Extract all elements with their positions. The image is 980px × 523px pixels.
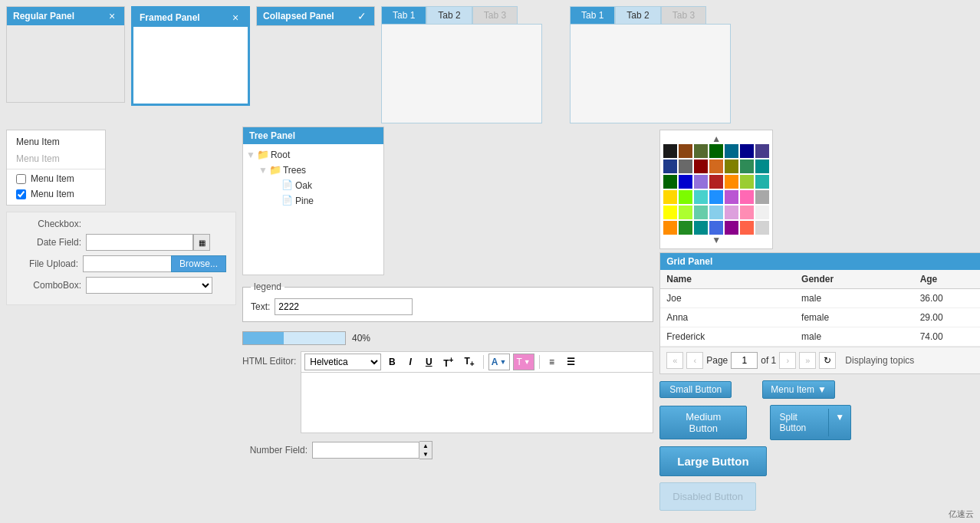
color-swatch[interactable] (755, 206, 769, 219)
align-btn[interactable]: ≡ (544, 355, 560, 369)
number-input[interactable] (312, 442, 419, 459)
date-input-wrap: ▦ (86, 234, 210, 251)
color-swatch[interactable] (663, 160, 677, 173)
color-swatch[interactable] (709, 221, 723, 235)
spin-down-btn[interactable]: ▼ (419, 450, 432, 459)
legend-text-input[interactable] (275, 298, 413, 315)
split-button-arrow[interactable]: ▼ (829, 409, 850, 436)
color-swatch[interactable] (740, 175, 754, 189)
collapsed-panel-toggle[interactable]: ✓ (356, 10, 368, 22)
color-swatch[interactable] (679, 206, 692, 219)
color-swatch[interactable] (679, 221, 692, 235)
menu-checkbox-3[interactable] (16, 174, 26, 184)
color-swatch[interactable] (694, 221, 708, 235)
tree-node-trees[interactable]: ▼ Trees (246, 163, 380, 178)
tab-left-1[interactable]: Tab 1 (381, 6, 426, 24)
color-swatch[interactable] (663, 175, 677, 189)
color-swatch[interactable] (740, 221, 754, 235)
date-picker-btn[interactable]: ▦ (193, 234, 210, 251)
color-swatch[interactable] (679, 175, 692, 189)
color-swatch[interactable] (725, 175, 738, 189)
color-scroll-up[interactable]: ▲ (663, 133, 769, 144)
highlight-dropdown[interactable]: T ▼ (513, 354, 534, 370)
color-swatch[interactable] (755, 190, 769, 204)
color-swatch[interactable] (725, 144, 738, 158)
file-text-input[interactable] (83, 255, 171, 272)
split-button-main[interactable]: Split Button (771, 409, 830, 436)
small-button[interactable]: Small Button (659, 381, 732, 398)
page-first-btn[interactable]: « (666, 352, 683, 369)
tab-right-3[interactable]: Tab 3 (661, 6, 706, 24)
tree-node-root[interactable]: ▼ Root (246, 147, 380, 163)
color-swatch[interactable] (679, 160, 692, 173)
color-swatch[interactable] (679, 144, 692, 158)
tab-right-1[interactable]: Tab 1 (570, 6, 615, 24)
color-swatch[interactable] (694, 206, 708, 219)
color-scroll-down[interactable]: ▼ (663, 235, 769, 245)
menu-checkbox-4[interactable] (16, 189, 26, 199)
menu-item-button[interactable]: Menu Item ▼ (762, 380, 835, 399)
color-swatch[interactable] (725, 160, 738, 173)
color-swatch[interactable] (694, 144, 708, 158)
page-last-btn[interactable]: » (799, 352, 816, 369)
page-label: Page (706, 355, 728, 366)
spin-up-btn[interactable]: ▲ (419, 442, 432, 450)
color-swatch[interactable] (709, 206, 723, 219)
framed-panel-close[interactable]: × (229, 12, 242, 24)
color-swatch[interactable] (725, 190, 738, 204)
color-swatch[interactable] (740, 160, 754, 173)
color-swatch[interactable] (725, 221, 738, 235)
date-input[interactable] (86, 234, 193, 251)
page-next-btn[interactable]: › (779, 352, 796, 369)
page-prev-btn[interactable]: ‹ (686, 352, 703, 369)
table-row[interactable]: Joemale36.00 (660, 289, 980, 308)
color-swatch[interactable] (755, 160, 769, 173)
regular-panel-close[interactable]: × (106, 10, 118, 22)
underline-btn[interactable]: U (421, 355, 436, 369)
bold-btn[interactable]: B (384, 355, 400, 369)
color-swatch[interactable] (663, 221, 677, 235)
color-swatch[interactable] (663, 206, 677, 219)
color-swatch[interactable] (709, 144, 723, 158)
menu-item-4-checkbox[interactable]: Menu Item (7, 186, 105, 202)
color-swatch[interactable] (755, 144, 769, 158)
table-row[interactable]: Frederickmale74.00 (660, 327, 980, 347)
color-swatch[interactable] (755, 175, 769, 189)
large-button[interactable]: Large Button (659, 446, 766, 476)
justify-btn[interactable]: ☰ (563, 355, 579, 369)
table-row[interactable]: Annafemale29.00 (660, 308, 980, 327)
medium-button[interactable]: Medium Button (659, 406, 747, 439)
tree-node-oak[interactable]: Oak (246, 178, 380, 193)
superscript-btn[interactable]: T+ (439, 354, 457, 370)
color-swatch[interactable] (725, 206, 738, 219)
tab-right-2[interactable]: Tab 2 (615, 6, 660, 24)
color-swatch[interactable] (740, 190, 754, 204)
html-editor-label: HTML Editor: (242, 356, 296, 367)
color-swatch[interactable] (663, 190, 677, 204)
page-refresh-btn[interactable]: ↻ (819, 352, 836, 369)
tab-left-3[interactable]: Tab 3 (472, 6, 518, 24)
menu-item-3-checkbox[interactable]: Menu Item (7, 171, 105, 186)
tab-left-2[interactable]: Tab 2 (426, 6, 472, 24)
color-swatch[interactable] (663, 144, 677, 158)
color-swatch[interactable] (740, 206, 754, 219)
combobox[interactable] (86, 277, 212, 294)
subscript-btn[interactable]: T+ (460, 354, 478, 370)
tree-node-pine[interactable]: Pine (246, 193, 380, 209)
browse-button[interactable]: Browse... (171, 255, 226, 272)
menu-item-1[interactable]: Menu Item (7, 133, 105, 150)
color-swatch[interactable] (694, 160, 708, 173)
page-input[interactable] (731, 352, 758, 369)
color-swatch[interactable] (740, 144, 754, 158)
color-swatch[interactable] (679, 190, 692, 204)
color-swatch[interactable] (709, 190, 723, 204)
color-swatch[interactable] (755, 221, 769, 235)
font-color-dropdown[interactable]: A ▼ (488, 354, 510, 370)
editor-content[interactable] (301, 372, 653, 433)
color-swatch[interactable] (709, 175, 723, 189)
color-swatch[interactable] (694, 175, 708, 189)
italic-btn[interactable]: I (403, 355, 418, 369)
color-swatch[interactable] (694, 190, 708, 204)
font-selector[interactable]: Helvetica Arial Times New Roman (304, 354, 381, 370)
color-swatch[interactable] (709, 160, 723, 173)
